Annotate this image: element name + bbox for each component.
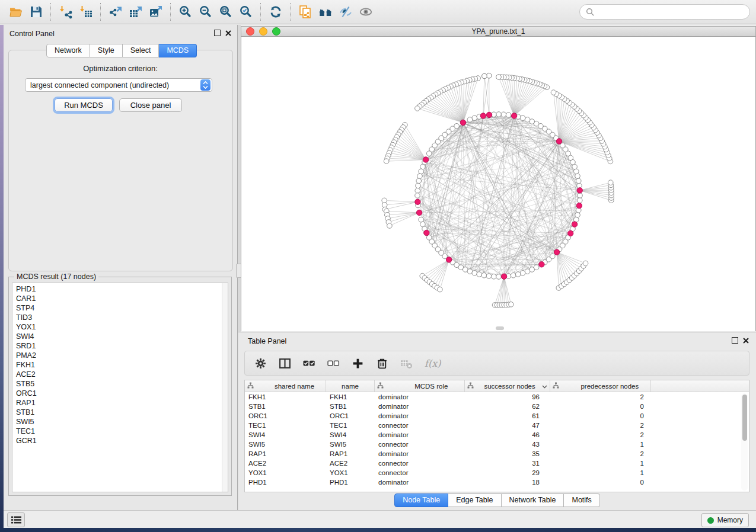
cell-predecessor-nodes[interactable]: 1 bbox=[550, 468, 651, 477]
cell-name[interactable]: SWI5 bbox=[326, 440, 375, 449]
network-node[interactable] bbox=[419, 169, 424, 174]
zoom-fit-icon[interactable] bbox=[216, 2, 236, 22]
tab-network-table[interactable]: Network Table bbox=[502, 493, 564, 507]
cell-predecessor-nodes[interactable]: 2 bbox=[550, 392, 651, 402]
dominator-node[interactable] bbox=[415, 199, 420, 204]
network-node[interactable] bbox=[501, 112, 506, 117]
run-mcds-button[interactable]: Run MCDS bbox=[55, 98, 113, 112]
table-row[interactable]: SWI4SWI4dominator462 bbox=[245, 430, 749, 440]
cell-shared-name[interactable]: YOX1 bbox=[245, 468, 326, 477]
cell-successor-nodes[interactable]: 29 bbox=[465, 468, 550, 477]
cell-shared-name[interactable]: STB1 bbox=[245, 402, 326, 411]
float-panel-icon[interactable] bbox=[732, 337, 738, 344]
cell-name[interactable]: ORC1 bbox=[326, 411, 375, 421]
cell-predecessor-nodes[interactable]: 1 bbox=[550, 440, 651, 449]
tab-select[interactable]: Select bbox=[123, 44, 160, 57]
hide-selected-icon[interactable] bbox=[336, 2, 356, 22]
mcds-result-item[interactable]: CAR1 bbox=[16, 294, 228, 303]
add-column-icon[interactable] bbox=[352, 357, 364, 370]
cell-name[interactable]: TEC1 bbox=[326, 421, 375, 430]
cell-successor-nodes[interactable]: 96 bbox=[465, 392, 550, 402]
close-panel-icon[interactable] bbox=[743, 338, 749, 344]
cell-shared-name[interactable]: ORC1 bbox=[245, 411, 326, 421]
network-node[interactable] bbox=[511, 273, 516, 278]
network-node[interactable] bbox=[467, 269, 473, 274]
dominator-node[interactable] bbox=[567, 230, 573, 236]
network-node[interactable] bbox=[426, 151, 432, 156]
cell-mcds-role[interactable]: connector bbox=[375, 421, 465, 430]
cell-name[interactable]: YOX1 bbox=[326, 468, 375, 477]
dominator-node[interactable] bbox=[577, 188, 582, 193]
column-header-mcds-role[interactable]: MCDS role bbox=[375, 380, 465, 392]
table-row[interactable]: RAP1RAP1dominator352 bbox=[245, 449, 749, 459]
network-node[interactable] bbox=[496, 75, 502, 80]
float-panel-icon[interactable] bbox=[214, 30, 221, 36]
table-row[interactable]: ACE2ACE2connector311 bbox=[245, 459, 749, 468]
network-node[interactable] bbox=[486, 274, 492, 279]
network-node[interactable] bbox=[387, 223, 393, 229]
cell-successor-nodes[interactable]: 62 bbox=[465, 402, 550, 411]
cell-successor-nodes[interactable]: 47 bbox=[465, 421, 550, 430]
optimization-criterion-select[interactable]: largest connected component (undirected) bbox=[25, 78, 212, 92]
cell-mcds-role[interactable]: connector bbox=[375, 468, 465, 477]
cell-mcds-role[interactable]: dominator bbox=[375, 430, 465, 440]
dominator-node[interactable] bbox=[416, 210, 422, 215]
network-node[interactable] bbox=[481, 273, 487, 278]
import-network-icon[interactable] bbox=[56, 2, 76, 22]
mcds-result-item[interactable]: SRD1 bbox=[16, 341, 228, 351]
network-node[interactable] bbox=[496, 274, 502, 280]
table-row[interactable]: YOX1YOX1connector291 bbox=[245, 468, 749, 477]
network-node[interactable] bbox=[417, 174, 423, 179]
table-row[interactable]: STB1STB1dominator620 bbox=[245, 402, 749, 411]
mcds-result-item[interactable]: FKH1 bbox=[16, 360, 228, 370]
mcds-result-item[interactable]: STB5 bbox=[16, 379, 228, 389]
network-node[interactable] bbox=[438, 287, 443, 292]
column-header-predecessor-nodes[interactable]: predecessor nodes bbox=[550, 380, 651, 392]
network-node[interactable] bbox=[576, 178, 581, 184]
cell-shared-name[interactable]: PHD1 bbox=[245, 477, 326, 487]
export-table-icon[interactable] bbox=[126, 2, 146, 22]
memory-button[interactable]: Memory bbox=[701, 513, 749, 527]
network-node[interactable] bbox=[467, 117, 473, 123]
column-header-name[interactable]: name bbox=[326, 380, 375, 392]
network-node[interactable] bbox=[578, 193, 583, 198]
dominator-node[interactable] bbox=[576, 203, 582, 208]
zoom-out-icon[interactable] bbox=[196, 2, 216, 22]
mcds-result-item[interactable]: RAP1 bbox=[16, 398, 228, 408]
cell-mcds-role[interactable]: connector bbox=[375, 440, 465, 449]
cell-shared-name[interactable]: TEC1 bbox=[245, 421, 326, 430]
first-neighbors-icon[interactable] bbox=[315, 2, 336, 22]
network-node[interactable] bbox=[420, 164, 426, 169]
network-node[interactable] bbox=[419, 217, 424, 222]
network-node[interactable] bbox=[415, 106, 420, 111]
network-window-titlebar[interactable]: YPA_prune.txt_1 bbox=[241, 26, 756, 37]
dominator-node[interactable] bbox=[501, 274, 506, 279]
cell-successor-nodes[interactable]: 46 bbox=[465, 430, 550, 440]
mcds-result-item[interactable]: YOX1 bbox=[16, 322, 228, 332]
network-node[interactable] bbox=[583, 261, 588, 266]
select-all-icon[interactable] bbox=[303, 357, 315, 370]
network-node[interactable] bbox=[496, 112, 502, 117]
network-node[interactable] bbox=[520, 270, 525, 275]
cell-predecessor-nodes[interactable]: 0 bbox=[550, 477, 651, 487]
network-node[interactable] bbox=[575, 212, 580, 217]
table-row[interactable]: ORC1ORC1dominator610 bbox=[245, 411, 749, 421]
cell-name[interactable]: SWI4 bbox=[326, 430, 375, 440]
network-node[interactable] bbox=[525, 117, 530, 123]
network-node[interactable] bbox=[486, 73, 492, 78]
mcds-result-item[interactable]: GCR1 bbox=[16, 436, 228, 446]
mcds-result-item[interactable]: TID3 bbox=[16, 313, 228, 322]
mcds-result-item[interactable]: ACE2 bbox=[16, 370, 228, 379]
close-panel-button[interactable]: Close panel bbox=[119, 98, 182, 112]
export-image-icon[interactable] bbox=[146, 2, 166, 22]
cell-shared-name[interactable]: ACE2 bbox=[245, 459, 326, 468]
zoom-in-icon[interactable] bbox=[176, 2, 196, 22]
save-icon[interactable] bbox=[26, 2, 46, 22]
cell-successor-nodes[interactable]: 31 bbox=[465, 459, 550, 468]
cell-shared-name[interactable]: FKH1 bbox=[245, 392, 326, 402]
tab-style[interactable]: Style bbox=[90, 44, 123, 57]
split-view-icon[interactable] bbox=[279, 357, 291, 370]
dominator-node[interactable] bbox=[572, 222, 577, 227]
cell-predecessor-nodes[interactable]: 1 bbox=[550, 459, 651, 468]
cell-mcds-role[interactable]: dominator bbox=[375, 402, 465, 411]
